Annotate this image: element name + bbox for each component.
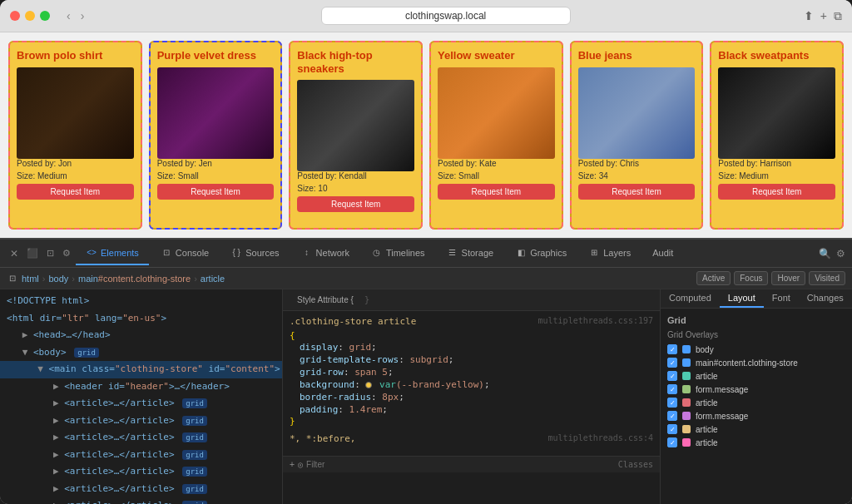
- dom-line-doctype[interactable]: <!DOCTYPE html>: [0, 293, 282, 310]
- tab-sources[interactable]: { } Sources: [220, 242, 289, 265]
- maximize-button[interactable]: [40, 11, 50, 21]
- dom-line-header[interactable]: ▶ <header id="header">…</header>: [0, 378, 282, 396]
- request-btn-1[interactable]: Request Item: [157, 184, 275, 200]
- duplicate-icon[interactable]: ⧉: [834, 9, 842, 23]
- grid-checkbox-3[interactable]: [667, 384, 677, 394]
- product-size-4: Size: 34: [578, 171, 696, 180]
- grid-checkbox-6[interactable]: [667, 424, 677, 434]
- close-button[interactable]: [10, 11, 20, 21]
- grid-checkbox-4[interactable]: [667, 398, 677, 408]
- grid-label-0: body: [696, 345, 714, 354]
- forward-button[interactable]: ›: [77, 7, 88, 24]
- visited-mode-btn[interactable]: Visited: [809, 271, 845, 285]
- settings-icon[interactable]: ⚙: [836, 248, 845, 259]
- style-prop-display[interactable]: display: grid;: [290, 341, 653, 353]
- tab-storage[interactable]: ☰ Storage: [437, 242, 504, 265]
- product-card-2: Black high-top sneakers Posted by: Kenda…: [289, 41, 423, 230]
- style-attribute-btn[interactable]: Style Attribute {: [290, 293, 361, 307]
- style-prop-grid-template[interactable]: grid-template-rows: subgrid;: [290, 353, 653, 366]
- tab-network[interactable]: ↕ Network: [291, 242, 359, 265]
- grid-checkbox-2[interactable]: [667, 371, 677, 381]
- new-tab-icon[interactable]: +: [820, 9, 827, 23]
- style-rule-2: *, *:before, multiplethreads.css:4: [290, 433, 653, 444]
- tab-graphics-label: Graphics: [530, 248, 567, 258]
- breadcrumb-body[interactable]: body: [48, 274, 68, 284]
- style-selector-1[interactable]: .clothing-store article multiplethreads.…: [290, 316, 653, 327]
- breadcrumb-html[interactable]: html: [22, 274, 39, 284]
- tab-audit[interactable]: Audit: [642, 243, 683, 264]
- elements-icon: <>: [86, 247, 97, 259]
- filter-icon: +: [290, 460, 295, 469]
- product-grid: Brown polo shirt Posted by: Jon Size: Me…: [8, 41, 844, 230]
- product-card-4: Blue jeans Posted by: Chris Size: 34 Req…: [570, 41, 704, 230]
- dom-line-article-2[interactable]: ▶ <article>…</article> grid: [0, 413, 282, 430]
- devtools-settings-icon[interactable]: ⚙: [62, 248, 71, 259]
- search-icon[interactable]: 🔍: [819, 248, 831, 259]
- grid-checkbox-0[interactable]: [667, 344, 677, 354]
- request-btn-4[interactable]: Request Item: [578, 184, 696, 200]
- dom-line-html[interactable]: <html dir="ltr" lang="en-us">: [0, 310, 282, 328]
- dom-line-main[interactable]: ▼ <main class="clothing-store" id="conte…: [0, 361, 282, 378]
- tab-console[interactable]: ⊡ Console: [151, 242, 219, 265]
- devtools-close-icon[interactable]: ✕: [7, 245, 22, 263]
- dom-line-article-5[interactable]: ▶ <article>…</article> grid: [0, 463, 282, 481]
- dom-line-body[interactable]: ▼ <body> grid: [0, 344, 282, 362]
- tab-layers[interactable]: ⊞ Layers: [578, 242, 641, 265]
- style-prop-border-radius[interactable]: border-radius: 8px;: [290, 391, 653, 403]
- tab-console-label: Console: [176, 248, 209, 258]
- computed-tab[interactable]: Computed: [661, 289, 720, 308]
- style-prop-grid-row[interactable]: grid-row: span 5;: [290, 366, 653, 378]
- dom-line-head[interactable]: ▶ <head>…</head>: [0, 327, 282, 344]
- share-icon[interactable]: ⬆: [804, 9, 814, 23]
- address-bar[interactable]: clothingswap.local: [321, 7, 571, 25]
- devtools-undock-icon[interactable]: ⊡: [47, 248, 54, 259]
- product-posted-1: Posted by: Jen: [157, 159, 275, 168]
- layout-tab[interactable]: Layout: [720, 289, 764, 308]
- grid-overlay-item-3: form.message: [667, 383, 845, 396]
- request-btn-5[interactable]: Request Item: [718, 184, 835, 200]
- product-size-2: Size: 10: [297, 184, 414, 193]
- filter-bar: + ◎ Classes: [283, 456, 660, 472]
- back-button[interactable]: ‹: [63, 7, 74, 24]
- devtools-search[interactable]: 🔍 ⚙: [819, 248, 845, 259]
- grid-checkbox-7[interactable]: [667, 437, 677, 447]
- filter-input[interactable]: [306, 460, 615, 469]
- dom-line-article-4[interactable]: ▶ <article>…</article> grid: [0, 447, 282, 464]
- dom-line-article-1[interactable]: ▶ <article>…</article> grid: [0, 395, 282, 413]
- tab-network-label: Network: [316, 248, 349, 258]
- grid-checkbox-1[interactable]: [667, 358, 677, 368]
- request-btn-0[interactable]: Request Item: [17, 184, 134, 200]
- product-title-3: Yellow sweater: [438, 49, 555, 62]
- grid-checkbox-5[interactable]: [667, 411, 677, 421]
- grid-dot-0: [682, 345, 691, 353]
- console-icon: ⊡: [161, 247, 172, 259]
- focus-mode-btn[interactable]: Focus: [734, 271, 768, 285]
- style-prop-background[interactable]: background: var(--brand-yellow);: [290, 378, 653, 391]
- style-prop-padding[interactable]: padding: 1.4rem;: [290, 403, 653, 416]
- style-selector-2[interactable]: *, *:before, multiplethreads.css:4: [290, 433, 653, 444]
- filter-circle-icon: ◎: [298, 460, 303, 469]
- grid-dot-6: [682, 425, 691, 433]
- grid-dot-5: [682, 412, 691, 420]
- dom-line-article-7[interactable]: ▶ <article>…</article> grid: [0, 497, 282, 504]
- tab-elements[interactable]: <> Elements: [76, 242, 149, 265]
- tab-timelines[interactable]: ◷ Timelines: [361, 242, 435, 265]
- minimize-button[interactable]: [25, 11, 35, 21]
- dom-line-article-3[interactable]: ▶ <article>…</article> grid: [0, 429, 282, 447]
- grid-panel: Computed Layout Font Changes Node Layers…: [661, 289, 852, 504]
- request-btn-3[interactable]: Request Item: [438, 184, 555, 200]
- font-tab[interactable]: Font: [764, 289, 799, 308]
- changes-tab[interactable]: Changes: [799, 289, 852, 308]
- tab-graphics[interactable]: ◧ Graphics: [505, 242, 577, 265]
- dom-line-article-6[interactable]: ▶ <article>…</article> grid: [0, 481, 282, 498]
- active-mode-btn[interactable]: Active: [696, 271, 731, 285]
- devtools-dock-icon[interactable]: ⬛: [27, 248, 38, 259]
- breadcrumb-main[interactable]: main#content.clothing-store: [78, 274, 191, 284]
- request-btn-2[interactable]: Request Item: [297, 196, 414, 212]
- breadcrumb-article[interactable]: article: [201, 274, 225, 284]
- devtools-panel: ✕ ⬛ ⊡ ⚙ <> Elements ⊡ Console { } Source…: [0, 238, 852, 504]
- layers-icon: ⊞: [588, 247, 600, 259]
- article1-grid-badge: grid: [182, 398, 207, 408]
- dom-panel[interactable]: <!DOCTYPE html> <html dir="ltr" lang="en…: [0, 289, 283, 504]
- hover-mode-btn[interactable]: Hover: [771, 271, 805, 285]
